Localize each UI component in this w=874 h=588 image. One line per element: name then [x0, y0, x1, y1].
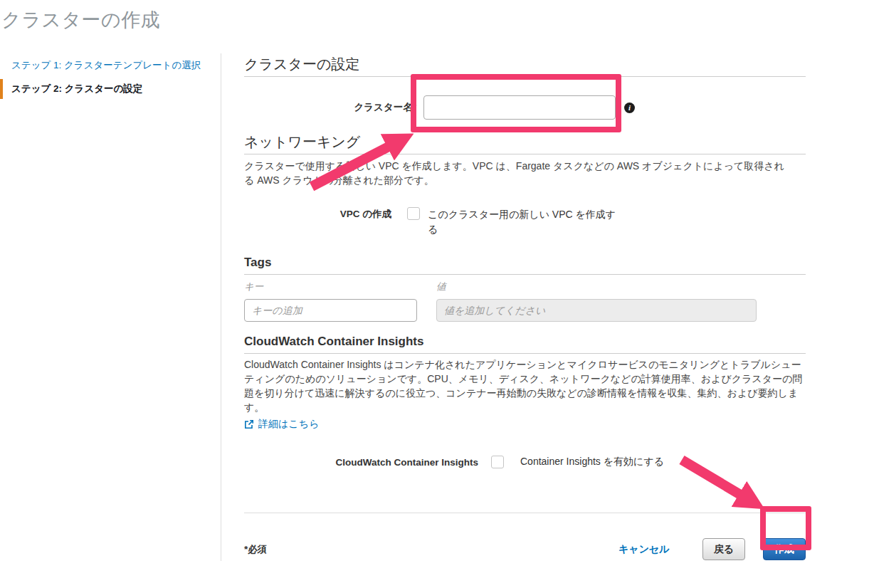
networking-heading: ネットワーキング: [244, 134, 806, 154]
tags-input-row: [244, 299, 806, 322]
cluster-name-row: クラスター名* i: [244, 95, 806, 120]
required-note: *必須: [244, 543, 267, 556]
footer-divider: [244, 513, 806, 513]
cluster-name-label: クラスター名*: [244, 101, 416, 114]
vpc-create-label: VPC の作成: [244, 207, 391, 221]
sidebar-divider: [221, 53, 221, 561]
footer-actions: *必須 キャンセル 戻る 作成: [244, 538, 806, 560]
vpc-create-checkbox-label: このクラスター用の新しい VPC を作成する: [428, 207, 626, 237]
cluster-settings-heading: クラスターの設定: [244, 56, 806, 77]
details-link-label: 詳細はこちら: [258, 418, 319, 431]
tags-column-headers: キー 値: [244, 280, 806, 293]
container-insights-row: CloudWatch Container Insights Container …: [244, 456, 806, 468]
info-icon[interactable]: i: [624, 103, 635, 113]
details-link[interactable]: 詳細はこちら: [244, 418, 319, 431]
tags-value-header: 値: [436, 280, 446, 293]
networking-description: クラスターで使用する新しい VPC を作成します。VPC は、Fargate タ…: [244, 159, 786, 187]
cancel-link[interactable]: キャンセル: [618, 543, 670, 556]
container-insights-label: CloudWatch Container Insights: [244, 457, 478, 468]
sidebar-step-2[interactable]: ステップ 2: クラスターの設定: [0, 79, 221, 99]
tag-value-input[interactable]: [436, 299, 757, 322]
create-button[interactable]: 作成: [763, 538, 806, 560]
tags-heading: Tags: [244, 256, 806, 275]
cloudwatch-heading: CloudWatch Container Insights: [244, 335, 806, 354]
vpc-create-row: VPC の作成 このクラスター用の新しい VPC を作成する: [244, 207, 806, 237]
wizard-steps-sidebar: ステップ 1: クラスターテンプレートの選択 ステップ 2: クラスターの設定: [0, 56, 221, 99]
cloudwatch-description: CloudWatch Container Insights はコンテナ化されたア…: [244, 357, 806, 414]
cluster-name-input[interactable]: [423, 95, 616, 120]
tag-key-input[interactable]: [244, 299, 417, 322]
vpc-create-checkbox[interactable]: [407, 207, 420, 220]
main-form: クラスターの設定 クラスター名* i ネットワーキング クラスターで使用する新し…: [244, 53, 806, 560]
external-link-icon: [244, 419, 254, 429]
container-insights-checkbox-label: Container Insights を有効にする: [520, 456, 664, 468]
tags-key-header: キー: [244, 280, 436, 293]
container-insights-checkbox[interactable]: [491, 456, 504, 468]
page-title: クラスターの作成: [1, 7, 160, 33]
back-button[interactable]: 戻る: [702, 538, 745, 560]
sidebar-step-1[interactable]: ステップ 1: クラスターテンプレートの選択: [0, 56, 221, 75]
